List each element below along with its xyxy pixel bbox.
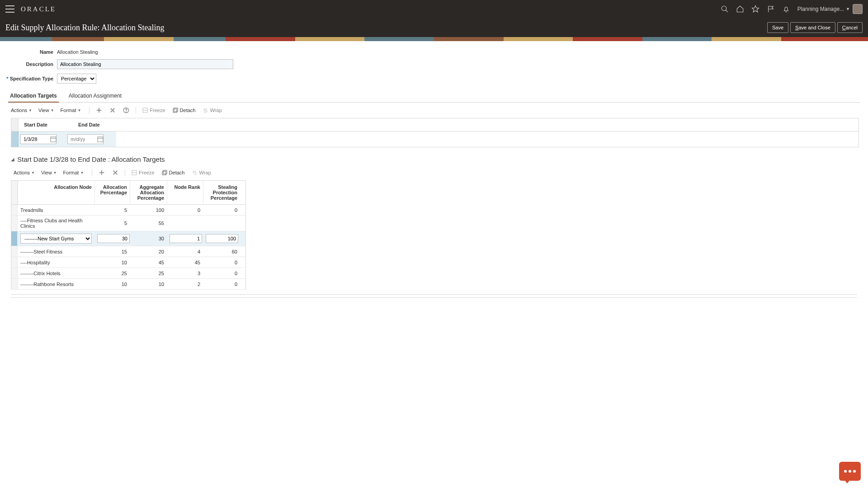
svg-rect-23 — [163, 170, 167, 174]
aggregate-pct-cell: 55 — [130, 218, 167, 228]
chevron-down-icon: ▼ — [846, 7, 850, 11]
stealing-protection-cell: 0 — [203, 268, 240, 278]
allocation-node-cell: --------Citrix Hotels — [18, 268, 94, 278]
aggregate-pct-cell: 20 — [130, 247, 167, 257]
save-and-close-button[interactable]: Save and Close — [790, 22, 835, 33]
col-allocation-node[interactable]: Allocation Node — [18, 181, 94, 204]
bell-icon[interactable] — [781, 4, 791, 14]
spec-type-select[interactable]: Percentage — [57, 74, 96, 84]
table-row[interactable]: ----Fitness Clubs and Health Clinics555 — [11, 216, 245, 231]
svg-rect-10 — [173, 109, 177, 113]
search-icon[interactable] — [720, 4, 730, 14]
row-selector[interactable] — [11, 231, 18, 246]
actions-menu-2[interactable]: Actions▼ — [14, 170, 35, 175]
stealing-protection-cell: 0 — [203, 205, 240, 215]
delete-icon[interactable] — [108, 106, 117, 114]
daterange-table: Start Date End Date — [11, 118, 859, 147]
home-icon[interactable] — [735, 4, 745, 14]
avatar[interactable] — [853, 4, 863, 14]
node-rank-cell: 45 — [167, 258, 203, 267]
decorative-ribbon — [0, 37, 868, 41]
allocation-pct-cell: 5 — [94, 218, 130, 228]
add-icon[interactable] — [95, 106, 103, 114]
col-stealing-protection[interactable]: Stealing Protection Percentage — [203, 181, 240, 204]
node-rank-cell — [167, 221, 203, 225]
col-allocation-pct[interactable]: Allocation Percentage — [94, 181, 130, 204]
row-selector[interactable] — [11, 279, 18, 289]
allocation-node-cell: --------Steel Fitness — [18, 247, 94, 257]
row-selector[interactable] — [11, 257, 18, 267]
col-node-rank[interactable]: Node Rank — [167, 181, 203, 204]
collapse-icon[interactable]: ◢ — [11, 157, 14, 162]
svg-rect-12 — [51, 137, 56, 142]
delete-icon-2[interactable] — [111, 169, 119, 177]
table-row[interactable]: --------Rathbone Resorts101020 — [11, 279, 245, 290]
cancel-button[interactable]: Cancel — [837, 22, 863, 33]
table-row[interactable]: ----Hospitality1045450 — [11, 257, 245, 268]
calendar-icon[interactable] — [50, 136, 57, 142]
allocation-table: Allocation Node Allocation Percentage Ag… — [11, 180, 246, 290]
add-icon-2[interactable] — [98, 169, 106, 177]
flag-icon[interactable] — [766, 4, 776, 14]
row-selector[interactable] — [11, 268, 18, 278]
page-content: Name Allocation Stealing Description Spe… — [0, 41, 868, 298]
table-row[interactable]: --------Steel Fitness1520460 — [11, 246, 245, 257]
row-selector[interactable] — [11, 205, 18, 215]
table-row[interactable]: --------Citrix Hotels252530 — [11, 268, 245, 279]
freeze-button[interactable]: Freeze — [142, 108, 165, 113]
alloc-toolbar: Actions▼ View▼ Format▼ Freeze Detach Wra… — [5, 165, 863, 180]
wrap-button-2[interactable]: Wrap — [192, 170, 211, 175]
node-rank-cell: 2 — [167, 279, 203, 289]
stealing-protection-input[interactable] — [206, 234, 238, 243]
end-date-header: End Date — [73, 118, 127, 131]
allocation-node-cell: Treadmills — [18, 205, 94, 215]
allocation-pct-input[interactable] — [97, 234, 130, 243]
tab-allocation-targets[interactable]: Allocation Targets — [8, 90, 59, 103]
freeze-button-2[interactable]: Freeze — [132, 170, 154, 175]
view-menu[interactable]: View▼ — [38, 108, 54, 113]
page-title: Edit Supply Allocation Rule: Allocation … — [5, 23, 164, 33]
name-value: Allocation Stealing — [57, 49, 98, 55]
allocation-pct-cell: 25 — [94, 268, 130, 278]
table-row[interactable]: --------New Start Gyms30 — [11, 231, 245, 246]
aggregate-pct-cell: 10 — [130, 279, 167, 289]
allocation-pct-cell: 10 — [94, 279, 130, 289]
format-menu-2[interactable]: Format▼ — [63, 170, 84, 175]
allocation-table-wrap: Allocation Node Allocation Percentage Ag… — [11, 180, 857, 290]
save-button[interactable]: Save — [767, 22, 788, 33]
start-date-header: Start Date — [19, 118, 73, 131]
allocation-node-select[interactable]: --------New Start Gyms — [20, 234, 92, 244]
daterange-toolbar: Actions▼ View▼ Format▼ Freeze Detach Wra… — [5, 103, 863, 118]
allocation-table-head: Allocation Node Allocation Percentage Ag… — [11, 181, 245, 205]
allocation-pct-cell: 5 — [94, 205, 130, 215]
row-selector[interactable] — [11, 216, 18, 231]
description-input[interactable] — [57, 59, 233, 69]
col-aggregate-pct[interactable]: Aggregate Allocation Percentage — [130, 181, 167, 204]
actions-menu[interactable]: Actions▼ — [11, 108, 32, 113]
svg-point-7 — [126, 112, 127, 112]
description-label: Description — [8, 61, 53, 67]
star-icon[interactable] — [750, 4, 760, 14]
page-subheader: Edit Supply Allocation Rule: Allocation … — [0, 18, 868, 37]
calendar-icon[interactable] — [97, 136, 104, 142]
svg-rect-11 — [174, 108, 178, 112]
view-menu-2[interactable]: View▼ — [41, 170, 57, 175]
svg-point-0 — [722, 6, 726, 11]
svg-rect-14 — [98, 137, 103, 142]
format-menu[interactable]: Format▼ — [61, 108, 81, 113]
user-label: Planning Manage... — [797, 6, 844, 12]
node-rank-input[interactable] — [170, 234, 202, 243]
stealing-protection-cell — [203, 221, 240, 225]
hamburger-icon[interactable] — [5, 5, 14, 13]
row-selector[interactable] — [11, 246, 18, 257]
daterange-row-selector[interactable] — [11, 131, 19, 147]
tab-allocation-assignment[interactable]: Allocation Assignment — [67, 90, 123, 102]
help-icon[interactable] — [122, 106, 130, 114]
wrap-button[interactable]: Wrap — [203, 108, 222, 113]
node-rank-cell: 4 — [167, 247, 203, 257]
detach-button-2[interactable]: Detach — [162, 170, 185, 175]
table-row[interactable]: Treadmills510000 — [11, 205, 245, 216]
detach-button[interactable]: Detach — [173, 108, 196, 113]
user-menu[interactable]: Planning Manage... ▼ — [797, 6, 850, 12]
allocation-footer-divider — [11, 294, 857, 298]
